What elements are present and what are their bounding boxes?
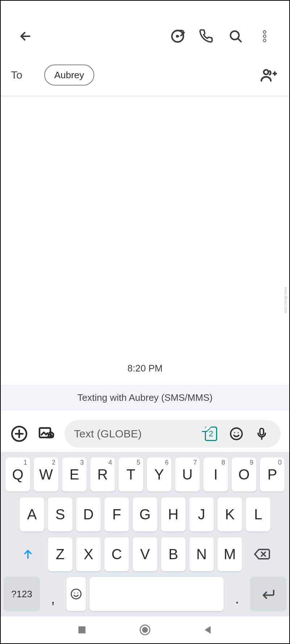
key-b[interactable]: B	[161, 537, 186, 572]
message-input[interactable]: Text (GLOBE) 2	[65, 420, 281, 448]
recipient-chip-text: Aubrey	[54, 70, 84, 81]
key-f[interactable]: F	[104, 497, 129, 532]
recipient-row: To Aubrey	[1, 54, 289, 96]
sim-selector-button[interactable]: 2	[201, 424, 221, 444]
keyboard-row-4: ?123 , .	[4, 577, 286, 611]
emoji-key[interactable]	[66, 577, 86, 611]
svg-point-12	[71, 589, 81, 599]
back-nav-button[interactable]	[194, 622, 223, 638]
to-label: To	[11, 69, 22, 81]
recent-apps-button[interactable]	[67, 622, 96, 638]
svg-point-13	[74, 593, 75, 594]
home-button[interactable]	[130, 622, 160, 638]
backspace-key[interactable]	[245, 537, 279, 572]
emoji-button[interactable]	[226, 424, 246, 444]
key-q[interactable]: Q1	[5, 457, 30, 492]
key-r[interactable]: R4	[90, 457, 115, 492]
conversation-timestamp: 8:20 PM	[1, 356, 289, 385]
conversation-area[interactable]: 8:20 PM Texting with Aubrey (SMS/MMS)	[1, 96, 289, 416]
space-key[interactable]	[89, 577, 224, 611]
keyboard-row-3: ZXCVBNM	[4, 537, 286, 572]
svg-point-14	[77, 593, 78, 594]
key-t[interactable]: T5	[118, 457, 144, 492]
enter-key[interactable]	[250, 577, 286, 611]
conversation-info-banner: Texting with Aubrey (SMS/MMS)	[1, 385, 289, 411]
shift-key[interactable]	[11, 537, 45, 572]
svg-point-2	[263, 35, 266, 37]
back-button[interactable]	[11, 26, 40, 46]
app-bar	[1, 1, 289, 54]
keyboard: Q1W2E3R4T5Y6U7I8O9P0 ASDFGHJKL ZXCVBNM ?…	[1, 452, 289, 616]
svg-point-17	[142, 627, 148, 633]
key-s[interactable]: S	[47, 497, 73, 532]
compose-bar: Text (GLOBE) 2	[1, 416, 289, 452]
key-z[interactable]: Z	[47, 537, 73, 572]
key-g[interactable]: G	[132, 497, 158, 532]
message-input-placeholder: Text (GLOBE)	[73, 428, 196, 440]
video-call-button[interactable]	[163, 26, 192, 46]
add-recipient-button[interactable]	[257, 64, 279, 86]
svg-rect-15	[78, 626, 86, 633]
svg-point-3	[263, 39, 266, 42]
svg-point-4	[264, 70, 269, 75]
key-n[interactable]: N	[189, 537, 214, 572]
svg-point-1	[263, 31, 266, 33]
comma-key[interactable]: ,	[43, 577, 63, 611]
key-i[interactable]: I8	[203, 457, 228, 492]
key-x[interactable]: X	[76, 537, 101, 572]
svg-point-10	[238, 432, 239, 433]
key-v[interactable]: V	[132, 537, 158, 572]
mic-button[interactable]	[252, 424, 272, 444]
svg-point-9	[234, 432, 235, 433]
watermark: www.deuxz.com	[284, 287, 288, 313]
key-y[interactable]: Y6	[146, 457, 172, 492]
key-o[interactable]: O9	[231, 457, 257, 492]
keyboard-row-2: ASDFGHJKL	[4, 497, 286, 532]
keyboard-row-1: Q1W2E3R4T5Y6U7I8O9P0	[4, 457, 286, 492]
key-h[interactable]: H	[161, 497, 186, 532]
recipient-chip[interactable]: Aubrey	[44, 65, 94, 86]
gallery-camera-button[interactable]	[37, 424, 57, 444]
key-e[interactable]: E3	[62, 457, 87, 492]
key-p[interactable]: P0	[260, 457, 285, 492]
phone-call-button[interactable]	[192, 26, 221, 46]
search-button[interactable]	[221, 26, 250, 46]
svg-point-8	[231, 428, 242, 440]
attach-button[interactable]	[9, 424, 29, 444]
svg-rect-11	[260, 428, 264, 435]
key-j[interactable]: J	[189, 497, 214, 532]
key-w[interactable]: W2	[33, 457, 59, 492]
key-a[interactable]: A	[19, 497, 45, 532]
key-u[interactable]: U7	[175, 457, 200, 492]
symbols-key[interactable]: ?123	[4, 577, 40, 611]
key-c[interactable]: C	[104, 537, 129, 572]
key-k[interactable]: K	[217, 497, 243, 532]
key-d[interactable]: D	[76, 497, 101, 532]
more-options-button[interactable]	[250, 26, 279, 46]
key-m[interactable]: M	[217, 537, 243, 572]
period-key[interactable]: .	[227, 577, 247, 611]
system-nav-bar	[1, 616, 289, 643]
sim-number: 2	[209, 429, 213, 439]
key-l[interactable]: L	[245, 497, 271, 532]
